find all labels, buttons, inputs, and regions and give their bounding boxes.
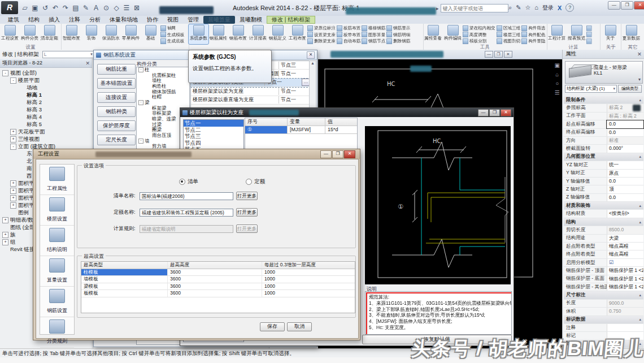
infocenter-icon[interactable]: ✎ — [516, 4, 521, 11]
view-close-button[interactable]: ✕ — [504, 51, 512, 58]
table-row[interactable]: 梁模板 3600 1000 — [81, 283, 355, 291]
tree-item[interactable]: 标高 4 — [0, 114, 92, 121]
expander-icon[interactable]: + — [2, 217, 8, 223]
property-row[interactable]: 材质和装饰 — [564, 202, 643, 210]
sidebar-item[interactable]: 工程属性 — [40, 165, 74, 195]
ribbon-small-button[interactable]: 梁原位标注 — [307, 25, 337, 32]
rebar-define-button[interactable]: 钢筋定义 — [268, 24, 288, 44]
tree-item[interactable]: 场地 — [0, 84, 92, 92]
tree-item[interactable]: -视图 (全部) — [0, 70, 92, 77]
type-selector-combo[interactable]: L▾ — [42, 51, 94, 58]
qat-icon[interactable]: ↺ — [42, 4, 49, 12]
property-row[interactable]: 参照标高 标高 2 — [564, 104, 643, 112]
ribbon-small-button[interactable]: 生成模板 — [160, 32, 185, 38]
ribbon-tab[interactable]: 管理 — [183, 16, 203, 24]
ribbon-tab[interactable]: 协作 — [142, 16, 163, 24]
ribbon-small-button[interactable]: 楼梯钢筋 — [362, 25, 386, 32]
ribbon-tab[interactable]: 注释 — [64, 16, 85, 24]
update-data-button[interactable]: 更新数据 — [621, 24, 641, 44]
property-row[interactable]: 注释 — [564, 324, 643, 332]
qat-icon[interactable]: ▤ — [72, 4, 79, 12]
qat-icon[interactable]: ↶ — [52, 4, 59, 12]
expander-icon[interactable]: - — [138, 139, 143, 144]
ribbon-tab[interactable]: 晨曦算量 — [203, 16, 235, 24]
chevron-down-icon[interactable]: ▾ — [638, 77, 641, 82]
cancel-button[interactable]: 取消 — [287, 322, 312, 331]
tree-item[interactable]: 标高 1 — [0, 92, 92, 99]
sidebar-item[interactable]: 钢筋设置 — [40, 287, 74, 317]
qat-icon[interactable]: ▱ — [21, 4, 28, 12]
rebar-category-button[interactable]: 钢筋比重 — [97, 64, 136, 75]
ribbon-small-button[interactable]: 模板分割 — [463, 38, 497, 45]
table-row[interactable]: ① [MJSFW] 15*d — [245, 126, 357, 134]
property-row[interactable]: 体积 0.750 — [564, 308, 643, 316]
property-row[interactable]: Z 轴偏移值 0.0 — [564, 194, 643, 202]
expander-icon[interactable]: + — [2, 239, 8, 245]
help-icon[interactable]: ? — [565, 3, 574, 12]
tree-item[interactable]: 砌体加强筋 — [137, 89, 189, 95]
component-edit-button[interactable]: 构件编辑 — [443, 24, 463, 44]
property-row[interactable]: 钢筋保护层 - 顶面 钢筋保护层 1 <2... — [564, 267, 643, 275]
qat-icon[interactable]: ↷ — [62, 4, 69, 12]
ribbon-small-button[interactable]: 构件显隐 — [521, 38, 546, 45]
dialog-titlebar[interactable]: 工程设置 — ❐ ✕ — [33, 149, 360, 159]
ribbon-small-button[interactable]: 构件筛选 — [521, 25, 546, 32]
property-row[interactable]: 终点附着类型 端点高程 — [564, 250, 643, 258]
calc-report-button[interactable]: 计算报表 — [248, 24, 268, 44]
ribbon-small-button[interactable]: 视图剖切 — [497, 38, 521, 45]
expander-icon[interactable]: + — [10, 136, 16, 142]
misc-component-button[interactable]: 零星构件 — [121, 24, 141, 44]
description-box[interactable]: 规范算法:1、来源11G101-1第79页、03G101-1第54页的抗震楼层框… — [365, 291, 512, 335]
tree-item[interactable]: 标高 3 — [0, 106, 92, 114]
sidebar-item[interactable]: 楼层设置 — [40, 195, 74, 226]
tree-item[interactable]: +三维视图 — [0, 136, 92, 143]
expander-icon[interactable]: - — [138, 100, 143, 105]
ribbon-small-button[interactable]: 梁在柱内相交 — [463, 25, 497, 32]
setting-row[interactable]: 楼层框架梁以梁为支座 节点一 … — [191, 87, 316, 96]
tree-item[interactable]: 标高 2 — [0, 99, 92, 106]
property-row[interactable]: 终点标高偏移 0.0 — [564, 129, 643, 137]
property-row[interactable]: 方向 标准 — [564, 137, 643, 145]
table-row[interactable]: 柱模板 3600 1000 — [81, 269, 355, 276]
smart-layout-button[interactable]: 智能布置 — [62, 24, 81, 44]
property-row[interactable]: 钢筋保护层 - 其他面 钢筋保护层 1 <2... — [564, 283, 643, 291]
ribbon-small-button[interactable]: 删除梁支座 — [307, 38, 337, 45]
rebar-category-button[interactable]: 基本锚固设置 — [97, 78, 136, 89]
node-item[interactable]: 节点二 — [184, 127, 243, 133]
property-row[interactable]: 起点附着类型 端点高程 — [564, 243, 643, 250]
ribbon-tab[interactable]: 结构 — [24, 16, 44, 24]
project-layout-button[interactable]: 工程布置 — [288, 24, 307, 44]
expander-icon[interactable]: + — [10, 202, 16, 209]
quota-radio[interactable]: 定额 — [246, 178, 265, 185]
close-button[interactable]: ✕ — [344, 150, 355, 158]
ribbon-small-button[interactable]: 轴网 — [160, 25, 185, 32]
tree-item[interactable]: +天花板平面 — [0, 128, 92, 136]
node-item[interactable]: 节点一 — [184, 120, 243, 127]
property-row[interactable]: 结构材质 <按类别> — [564, 210, 643, 218]
property-row[interactable]: 横截面旋转 0.000° — [564, 145, 643, 153]
expander-icon[interactable]: - — [10, 77, 16, 84]
ribbon-small-button[interactable]: 删除钢筋 — [386, 38, 411, 45]
type-selector[interactable]: 结构框架 (大梁) (1)▾ — [565, 85, 617, 93]
expander-icon[interactable]: + — [10, 129, 16, 135]
tree-item[interactable]: -楼层平面 — [0, 77, 92, 84]
project-settings-button[interactable]: 工程设置 — [0, 24, 20, 44]
ribbon-small-button[interactable]: 高度调整 — [463, 32, 497, 38]
expander-icon[interactable]: + — [2, 232, 8, 238]
qat-icon[interactable]: ◇ — [113, 4, 120, 12]
property-row[interactable]: 启用分析模型 ☑ — [564, 259, 643, 267]
infocenter-icon[interactable]: ⌕ — [508, 4, 512, 11]
expander-icon[interactable]: - — [2, 70, 8, 76]
ribbon-small-button[interactable]: 楼层三维 — [497, 32, 521, 38]
system-params-button[interactable]: 系统参数 — [189, 24, 208, 44]
ribbon-tab[interactable]: 修改 | 结构框架 — [267, 16, 315, 24]
minimize-button[interactable]: — — [478, 109, 489, 116]
rebar-layout-button[interactable]: 钢筋布置 — [228, 24, 248, 44]
node-item[interactable]: 节点四 — [184, 140, 243, 146]
ribbon-small-button[interactable]: 板带布置 — [337, 32, 362, 38]
close-button[interactable]: ✕ — [634, 1, 644, 10]
property-row[interactable]: 钢筋保护层 - 底面 钢筋保护层 1 <2... — [564, 275, 643, 283]
qat-icon[interactable]: A — [93, 4, 99, 12]
minimize-button[interactable]: — — [320, 150, 332, 158]
expander-icon[interactable]: - — [138, 67, 143, 72]
